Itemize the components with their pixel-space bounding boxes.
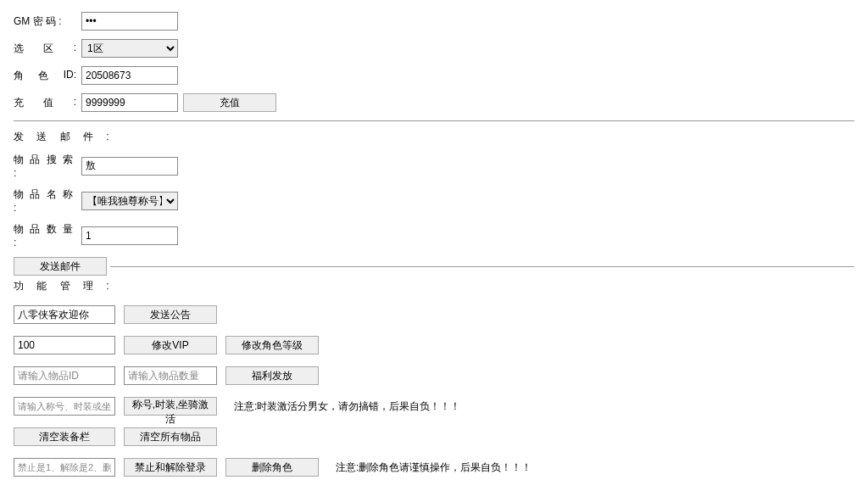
ban-input[interactable]	[14, 458, 115, 477]
clear-items-button[interactable]: 清空所有物品	[124, 427, 217, 446]
welfare-item-input[interactable]	[14, 366, 115, 385]
vip-input[interactable]	[14, 336, 115, 354]
welfare-send-button[interactable]: 福利发放	[225, 366, 319, 385]
item-name-select[interactable]: 【唯我独尊称号】属性	[81, 192, 178, 210]
delete-warning: 注意:删除角色请谨慎操作，后果自负！！！	[336, 460, 531, 475]
ban-unban-button[interactable]: 禁止和解除登录	[124, 458, 217, 477]
item-search-input[interactable]	[81, 157, 178, 176]
recharge-button[interactable]: 充值	[183, 93, 276, 112]
zone-label: 选区:	[14, 42, 81, 56]
activate-id-input[interactable]	[14, 397, 115, 416]
item-qty-input[interactable]	[81, 226, 178, 245]
func-section-label: 功 能 管 理 :	[14, 279, 854, 293]
welfare-qty-input[interactable]	[124, 366, 217, 385]
item-qty-label: 物 品 数 量 :	[14, 222, 81, 248]
zone-select[interactable]: 1区	[81, 39, 178, 58]
item-name-label: 物 品 名 称 :	[14, 187, 81, 214]
activate-warning: 注意:时装激活分男女，请勿搞错，后果自负！！！	[234, 399, 460, 414]
divider	[14, 120, 854, 121]
clear-equip-button[interactable]: 清空装备栏	[14, 427, 115, 446]
recharge-label: 充值:	[14, 96, 81, 110]
activate-button[interactable]: 称号,时装,坐骑激活	[124, 397, 217, 416]
recharge-input[interactable]	[81, 93, 178, 112]
modify-vip-button[interactable]: 修改VIP	[124, 336, 217, 354]
mail-section-label: 发 送 邮 件 :	[14, 130, 854, 144]
notice-input[interactable]	[14, 305, 115, 324]
modify-level-button[interactable]: 修改角色等级	[225, 336, 319, 354]
char-id-input[interactable]	[81, 66, 178, 85]
send-notice-button[interactable]: 发送公告	[124, 305, 217, 324]
gm-password-label: GM 密 码 :	[14, 14, 81, 29]
delete-role-button[interactable]: 删除角色	[225, 458, 319, 477]
item-search-label: 物 品 搜 索 :	[14, 153, 81, 179]
gm-password-input[interactable]	[81, 12, 178, 31]
char-id-label: 角色ID:	[14, 69, 81, 83]
send-mail-button[interactable]: 发送邮件	[14, 257, 107, 276]
